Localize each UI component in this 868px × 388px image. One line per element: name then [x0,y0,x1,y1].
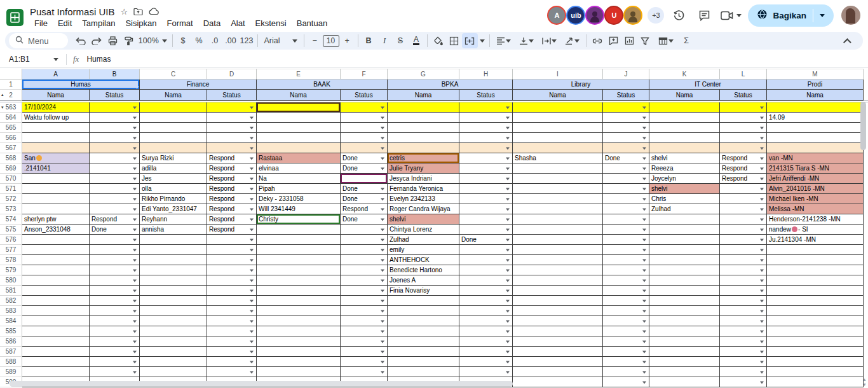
cell-J571[interactable] [603,184,649,194]
cell-H565[interactable] [459,123,513,133]
cell-dropdown-icon[interactable] [642,198,646,200]
cell-dropdown-icon[interactable] [250,330,254,333]
star-icon[interactable]: ☆ [120,7,128,17]
cell-I565[interactable] [513,123,603,133]
cell-dropdown-icon[interactable] [506,127,510,129]
meet-camera-icon[interactable] [719,4,735,26]
cell-dropdown-icon[interactable] [133,300,137,302]
print-button[interactable] [105,33,121,48]
column-header-A[interactable]: A [22,69,90,80]
cell-dropdown-icon[interactable] [133,188,137,190]
cell-I569[interactable] [513,163,603,174]
cell-dropdown-icon[interactable] [133,167,137,170]
cell-H564[interactable] [459,113,513,123]
cell-dropdown-icon[interactable] [250,167,254,170]
cell-E563[interactable] [257,102,341,113]
cell-dropdown-icon[interactable] [760,167,764,170]
cell-dropdown-icon[interactable] [250,361,254,363]
cell-dropdown-icon[interactable] [381,269,384,272]
cell-A583[interactable] [22,306,90,316]
cell-dropdown-icon[interactable] [250,188,254,190]
cell-dropdown-icon[interactable] [133,320,137,322]
cell-B567[interactable] [90,143,140,153]
cell-A589[interactable] [22,367,90,377]
column-header-I[interactable]: I [513,69,603,80]
table-views-button[interactable] [653,33,679,48]
row-group-expand-icon[interactable]: ▾ [1,104,4,109]
cell-M586[interactable] [767,336,864,347]
cell-E571[interactable]: Pipah [257,184,341,194]
cell-G575[interactable]: Chintya Lorenz [388,225,459,235]
cell-I573[interactable] [513,204,603,214]
cell-I563[interactable] [513,102,603,113]
horizontal-align-button[interactable] [492,33,515,48]
cell-I581[interactable] [513,286,603,296]
cell-G568[interactable]: cetris [388,153,459,163]
cell-D569[interactable]: Respond [207,163,257,174]
cell-M589[interactable] [767,367,864,377]
cell-F571[interactable]: Done [341,184,388,194]
cell-B580[interactable] [90,275,140,286]
cell-K574[interactable] [649,214,720,225]
cell-C587[interactable] [140,347,207,357]
version-history-icon[interactable] [668,4,689,26]
cell-E585[interactable] [257,326,341,336]
cell-G587[interactable] [388,347,459,357]
row-header-563[interactable]: ▾563 [0,102,22,113]
cell-C569[interactable]: adilla [140,163,207,174]
formula-input[interactable]: Humas [86,55,111,64]
cell-B586[interactable] [90,336,140,347]
cell-dropdown-icon[interactable] [760,320,764,322]
cell-M566[interactable] [767,133,864,143]
cell-L583[interactable] [720,306,767,316]
cell-J574[interactable] [603,214,649,225]
cell-dropdown-icon[interactable] [760,361,764,363]
cell-K567[interactable] [649,143,720,153]
cell-L573[interactable] [720,204,767,214]
cell-dropdown-icon[interactable] [133,127,137,129]
cell-C575[interactable]: annisha [140,225,207,235]
cell-K565[interactable] [649,123,720,133]
cell-dropdown-icon[interactable] [133,361,137,363]
zoom-select[interactable]: 100% [137,33,170,48]
cell-K573[interactable]: Zulhad [649,204,720,214]
collaborator-avatar-4[interactable]: U [606,7,622,24]
cell-K581[interactable] [649,286,720,296]
cell-G570[interactable]: Jesyca Indriani [388,174,459,184]
cell-E572[interactable]: Deky - 2331058 [257,194,341,204]
cell-dropdown-icon[interactable] [381,228,384,231]
cell-dropdown-icon[interactable] [760,208,764,211]
cell-J569[interactable] [603,163,649,174]
cell-B571[interactable] [90,184,140,194]
font-size-input[interactable]: 10 [323,35,339,47]
cell-dropdown-icon[interactable] [642,289,646,292]
cell-K579[interactable] [649,265,720,275]
cell-dropdown-icon[interactable] [760,177,764,180]
cell-dropdown-icon[interactable] [760,289,764,292]
cell-A566[interactable] [22,133,90,143]
cell-A572[interactable] [22,194,90,204]
cell-G571[interactable]: Fernanda Yeronica [388,184,459,194]
menu-file[interactable]: File [30,18,52,29]
cell-dropdown-icon[interactable] [506,228,510,231]
cell-dropdown-icon[interactable] [642,177,646,180]
cell-K589[interactable] [649,367,720,377]
cell-dropdown-icon[interactable] [506,259,510,261]
cell-D572[interactable]: Respond [207,194,257,204]
filter-button[interactable] [637,33,653,48]
cell-dropdown-icon[interactable] [250,340,254,343]
cell-H568[interactable] [459,153,513,163]
collapse-toolbar-icon[interactable] [841,33,857,48]
cell-dropdown-icon[interactable] [133,310,137,312]
cell-dropdown-icon[interactable] [133,259,137,261]
cell-C586[interactable] [140,336,207,347]
cell-A586[interactable] [22,336,90,347]
cell-M584[interactable] [767,316,864,326]
cell-D566[interactable] [207,133,257,143]
cell-I564[interactable] [513,113,603,123]
cell-I585[interactable] [513,326,603,336]
menu-sisipkan[interactable]: Sisipkan [121,18,161,29]
share-dropdown-icon[interactable] [813,14,831,17]
cell-dropdown-icon[interactable] [506,340,510,343]
cell-dropdown-icon[interactable] [250,320,254,322]
